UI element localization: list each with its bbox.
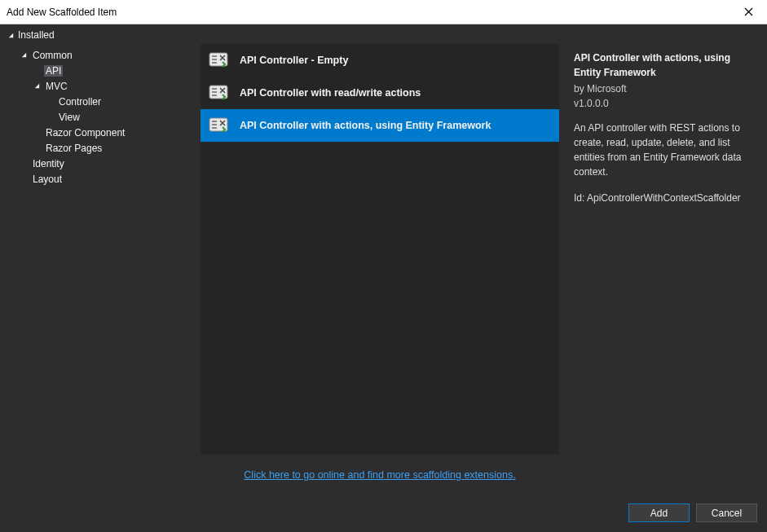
template-label: API Controller with read/write actions [240,87,421,99]
details-pane: API Controller with actions, using Entit… [566,44,760,489]
close-button[interactable] [730,0,767,24]
tree-label: Identity [31,158,66,169]
tree-item-identity[interactable]: Identity [7,156,194,171]
details-id: Id: ApiControllerWithContextScaffolder [574,191,752,205]
columns: Common API MVC Controller View [0,44,767,495]
tree-spacer [46,113,54,121]
tree-item-razor-pages[interactable]: Razor Pages [7,140,194,156]
tree-item-controller[interactable]: Controller [7,94,194,109]
template-column: API Controller - Empty API Controller wi… [201,44,559,489]
tree-root-installed[interactable]: Installed [0,24,767,44]
tree-spacer [20,175,28,183]
tree-spacer [46,98,54,106]
tree-label: Controller [57,96,103,108]
template-item[interactable]: API Controller with read/write actions [201,77,559,109]
tree-spacer [33,144,41,152]
details-version: v1.0.0.0 [574,96,752,111]
extensions-link-row: Click here to go online and find more sc… [201,455,559,489]
add-button[interactable]: Add [628,503,690,522]
extensions-link[interactable]: Click here to go online and find more sc… [244,469,515,481]
tree-item-layout[interactable]: Layout [7,171,194,187]
cancel-button[interactable]: Cancel [696,503,757,522]
tree-spacer [33,67,41,75]
template-list: API Controller - Empty API Controller wi… [201,44,559,455]
close-icon [744,7,753,16]
chevron-down-icon [7,31,15,39]
details-description: An API controller with REST actions to c… [574,121,752,179]
content-region: Installed Common API MVC Controlle [0,24,767,495]
template-item[interactable]: API Controller - Empty [201,44,559,77]
template-label: API Controller - Empty [240,55,348,66]
chevron-down-icon [20,51,28,59]
tree-label: Razor Component [44,127,126,138]
template-label: API Controller with actions, using Entit… [240,120,491,131]
tree-root-label: Installed [18,29,55,41]
details-author: by Microsoft [574,81,752,96]
window-title: Add New Scaffolded Item [7,7,117,18]
tree-item-razor-component[interactable]: Razor Component [7,125,194,140]
template-item[interactable]: API Controller with actions, using Entit… [201,109,559,142]
tree-label: Common [31,50,74,61]
tree-item-view[interactable]: View [7,109,194,125]
tree-item-mvc[interactable]: MVC [7,78,194,94]
button-bar: Add Cancel [0,495,767,532]
details-title: API Controller with actions, using Entit… [574,51,752,80]
controller-icon [207,49,230,72]
tree-spacer [20,160,28,168]
controller-icon [207,81,230,104]
tree-label: View [57,112,82,123]
chevron-down-icon [33,82,41,90]
tree-label: API [44,65,63,77]
tree-label: Razor Pages [44,143,104,154]
tree-item-common[interactable]: Common [7,47,194,63]
tree-item-api[interactable]: API [7,63,194,78]
titlebar: Add New Scaffolded Item [0,0,767,24]
category-tree: Common API MVC Controller View [7,44,194,489]
controller-icon [207,114,230,137]
tree-spacer [33,129,41,137]
tree-label: Layout [31,174,64,185]
tree-label: MVC [44,81,69,92]
dialog-body: Installed Common API MVC Controlle [0,24,767,532]
